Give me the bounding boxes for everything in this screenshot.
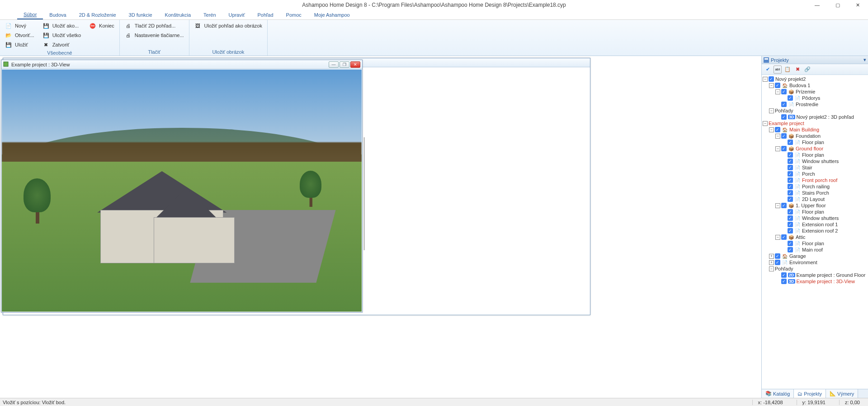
tree-node[interactable]: −✓Nový projekt2 (762, 76, 868, 82)
select-icon[interactable]: ⬉ (156, 1, 164, 9)
undo-icon[interactable]: ↶ (30, 1, 38, 9)
tree-node[interactable]: ✓📄Porch railing (762, 183, 868, 190)
tree-expander-icon[interactable]: − (775, 146, 780, 151)
redo-icon[interactable]: ↷ (42, 1, 50, 9)
menu-2d-rozlo-enie[interactable]: 2D & Rozloženie (73, 10, 123, 19)
copy-icon[interactable]: 📋 (783, 65, 792, 74)
tree-expander-icon[interactable]: − (769, 266, 774, 271)
ribbon-btn-nov-[interactable]: 📄Nový (3, 21, 37, 30)
tree-expander-icon[interactable]: − (775, 203, 780, 208)
eraser-icon[interactable]: ◢ (184, 1, 192, 9)
tree-expander-icon[interactable]: − (769, 108, 774, 113)
tree-checkbox[interactable]: ✓ (781, 234, 787, 240)
ribbon-btn-ulo-i-ako-[interactable]: 💾Uložiť ako... (40, 21, 83, 30)
tree-checkbox[interactable]: ✓ (769, 76, 774, 82)
ribbon-btn-zatvori-[interactable]: ✖Zatvoriť (40, 40, 83, 49)
ribbon-btn-ulo-i-poh-ad-ako-obr-zok[interactable]: 🖼Uložiť pohľad ako obrázok (192, 21, 264, 30)
tree-checkbox[interactable]: ✓ (775, 253, 780, 259)
tree-checkbox[interactable]: ✓ (788, 228, 793, 233)
tree-node[interactable]: ✓📄Floor plan (762, 139, 868, 145)
tree-node[interactable]: ✓3DExample project : 3D-View (762, 278, 868, 285)
panel-tab-katal-g[interactable]: 📚Katalóg (762, 389, 794, 398)
tree-checkbox[interactable]: ✓ (788, 165, 793, 170)
tree-checkbox[interactable]: ✓ (788, 222, 793, 227)
tree-checkbox[interactable]: ✓ (781, 203, 787, 208)
tree-checkbox[interactable]: ✓ (788, 171, 793, 177)
tree-checkbox[interactable]: ✓ (781, 146, 787, 151)
menu-ter-n[interactable]: Terén (197, 10, 222, 19)
ribbon-btn-ulo-i-[interactable]: 💾Uložiť (3, 40, 37, 49)
ribbon-btn-nastavenie-tla-iarne-[interactable]: 🖨Nastavenie tlačiarne... (123, 31, 186, 40)
link-icon[interactable]: 🔗 (803, 65, 811, 74)
tree-node[interactable]: −✓📦Attic (762, 234, 868, 240)
menu-moje-ashampoo[interactable]: Moje Ashampoo (308, 10, 356, 19)
tree-checkbox[interactable]: ✓ (781, 102, 787, 107)
ribbon-btn-ulo-i-v-etko[interactable]: 💾Uložiť všetko (40, 31, 83, 40)
project-tree[interactable]: −✓Nový projekt2−✓🏠Budova 1−✓📦Prízemie✓📄P… (762, 75, 868, 389)
scene-3d-canvas[interactable] (2, 70, 362, 312)
tree-checkbox[interactable]: ✓ (788, 152, 793, 158)
tree-expander-icon[interactable]: + (769, 254, 774, 259)
tree-node[interactable]: ✓📄Front porch roof (762, 177, 868, 183)
tree-node[interactable]: ✓📄Floor plan (762, 152, 868, 158)
tree-node[interactable]: −✓📦Prízemie (762, 89, 868, 95)
menu-upravi-[interactable]: Upraviť (222, 10, 251, 19)
tree-checkbox[interactable]: ✓ (788, 209, 793, 215)
tree-node[interactable]: ✓📄Pôdorys (762, 95, 868, 101)
panel-pin-icon[interactable]: ▾ (863, 57, 866, 63)
tree-checkbox[interactable]: ✓ (781, 272, 787, 278)
tree-node[interactable]: ✓📄Stair (762, 164, 868, 171)
mdi-3d-window[interactable]: Example project : 3D-View — ❐ ✕ (1, 60, 363, 313)
tree-checkbox[interactable]: ✓ (775, 83, 780, 88)
panel-header[interactable]: Projekty ▾ (762, 56, 868, 64)
flag-icon[interactable]: ⚑ (165, 1, 173, 9)
tree-node[interactable]: ✓📄Window shutters (762, 158, 868, 164)
tree-checkbox[interactable]: ✓ (775, 127, 780, 132)
tree-node[interactable]: −Pohľady (762, 107, 868, 114)
tree-checkbox[interactable]: ✓ (788, 177, 793, 183)
menu-poh-ad[interactable]: Pohľad (251, 10, 280, 19)
tree-checkbox[interactable]: ✓ (788, 184, 793, 189)
qat-dropdown[interactable]: ▾ (11, 3, 13, 7)
tree-checkbox[interactable]: ✓ (781, 279, 787, 284)
tree-node[interactable]: −✓📦Ground floor (762, 145, 868, 152)
mdi-3d-maximize-icon[interactable]: ❐ (340, 61, 349, 68)
close-button[interactable]: ✕ (848, 0, 868, 10)
tree-checkbox[interactable]: ✓ (775, 260, 780, 265)
tree-checkbox[interactable]: ✓ (788, 247, 793, 252)
tree-node[interactable]: ✓📄Stairs Porch (762, 190, 868, 196)
tree-checkbox[interactable]: ✓ (788, 241, 793, 246)
tree-node[interactable]: ✓📄2D Layout (762, 196, 868, 202)
tree-node[interactable]: ✓📄Extension roof 2 (762, 228, 868, 234)
tree-node[interactable]: ✓3DNový projekt2 : 3D pohľad (762, 114, 868, 120)
menu-s-bor[interactable]: Súbor (17, 10, 43, 19)
ribbon-btn-otvori-[interactable]: 📂Otvoriť... (3, 31, 37, 40)
layer-icon[interactable]: ◆ (193, 1, 202, 9)
tree-checkbox[interactable]: ✓ (788, 215, 793, 221)
maximize-button[interactable]: ▢ (827, 0, 848, 10)
rename-icon[interactable]: abl (774, 65, 782, 74)
tree-checkbox[interactable]: ✓ (781, 89, 787, 94)
tree-node[interactable]: ✓📄Floor plan (762, 209, 868, 215)
new-icon[interactable]: 📄 (18, 1, 26, 9)
tree-node[interactable]: ✓📄Porch (762, 171, 868, 177)
tree-expander-icon[interactable]: − (769, 83, 774, 88)
tree-node[interactable]: −✓🏠Budova 1 (762, 82, 868, 89)
section-icon[interactable]: ▤ (76, 1, 84, 9)
tree-node[interactable]: −✓📦1. Upper floor (762, 202, 868, 209)
tree-expander-icon[interactable]: + (769, 260, 774, 265)
2d-icon[interactable]: 2D (57, 1, 65, 9)
tree-expander-icon[interactable]: − (775, 235, 780, 240)
tree-checkbox[interactable]: ✓ (788, 140, 793, 145)
tree-node[interactable]: ✓📄Window shutters (762, 215, 868, 221)
tree-node[interactable]: ✓📄Prostredie (762, 101, 868, 107)
tree-checkbox[interactable]: ✓ (781, 114, 787, 120)
tree-node[interactable]: ✓📄Floor plan (762, 240, 868, 247)
measure-icon[interactable]: ⟊ (118, 1, 126, 9)
panel-tab-v-mery[interactable]: 📐Výmery (826, 389, 858, 398)
delete-icon[interactable]: ✖ (793, 65, 802, 74)
tree-expander-icon[interactable]: − (769, 127, 774, 132)
panel-tab-projekty[interactable]: 🗂Projekty (794, 389, 826, 398)
menu-kon-trukcia[interactable]: Konštrukcia (159, 10, 197, 19)
tree-node[interactable]: ✓2DExample project : Ground Floor (762, 272, 868, 278)
